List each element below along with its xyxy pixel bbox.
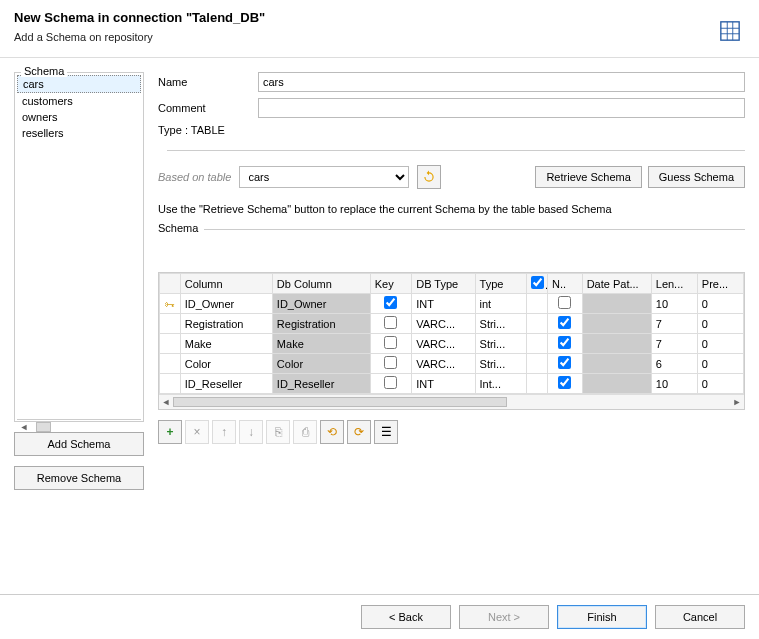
nullable-checkbox[interactable]: [558, 376, 571, 389]
key-checkbox[interactable]: [384, 336, 397, 349]
nullable-checkbox[interactable]: [558, 296, 571, 309]
key-checkbox[interactable]: [384, 376, 397, 389]
main-panel: Name Comment Type : TABLE Based on table…: [158, 72, 745, 549]
paste-button[interactable]: ⎙: [293, 420, 317, 444]
schema-toolbar: + × ↑ ↓ ⎘ ⎙ ⟲ ⟳ ☰: [158, 420, 745, 444]
cancel-button[interactable]: Cancel: [655, 605, 745, 629]
nullable-checkbox[interactable]: [558, 316, 571, 329]
schema-list-item[interactable]: cars: [17, 75, 141, 93]
schema-table[interactable]: Column Db Column Key DB Type Type N.. Da…: [158, 272, 745, 410]
name-label: Name: [158, 76, 258, 88]
toggle-button[interactable]: ☰: [374, 420, 398, 444]
comment-input[interactable]: [258, 98, 745, 118]
nullable-checkbox[interactable]: [558, 356, 571, 369]
key-checkbox[interactable]: [384, 316, 397, 329]
table-row[interactable]: ColorColorVARC...Stri...60: [160, 354, 744, 374]
grid-legend: Schema: [158, 222, 204, 234]
refresh-icon[interactable]: [417, 165, 441, 189]
sidebar-legend: Schema: [21, 65, 67, 77]
finish-button[interactable]: Finish: [557, 605, 647, 629]
table-icon: [719, 20, 741, 44]
table-row[interactable]: MakeMakeVARC...Stri...70: [160, 334, 744, 354]
based-label: Based on table: [158, 171, 231, 183]
name-input[interactable]: [258, 72, 745, 92]
retrieve-schema-button[interactable]: Retrieve Schema: [535, 166, 641, 188]
table-scrollbar[interactable]: ◄►: [159, 394, 744, 409]
key-checkbox[interactable]: [384, 296, 397, 309]
comment-label: Comment: [158, 102, 258, 114]
table-row[interactable]: 🗝ID_OwnerID_OwnerINTint100: [160, 294, 744, 314]
wizard-footer: < Back Next > Finish Cancel: [0, 594, 759, 639]
import-button[interactable]: ⟲: [320, 420, 344, 444]
dialog-header: New Schema in connection "Talend_DB" Add…: [0, 0, 759, 51]
move-down-button[interactable]: ↓: [239, 420, 263, 444]
schema-list[interactable]: carscustomersownersresellers: [17, 75, 141, 419]
dialog-title: New Schema in connection "Talend_DB": [14, 10, 745, 25]
export-button[interactable]: ⟳: [347, 420, 371, 444]
copy-button[interactable]: ⎘: [266, 420, 290, 444]
svg-rect-0: [721, 22, 739, 40]
nullable-checkbox[interactable]: [558, 336, 571, 349]
key-checkbox[interactable]: [384, 356, 397, 369]
schema-list-item[interactable]: owners: [17, 109, 141, 125]
add-schema-button[interactable]: Add Schema: [14, 432, 144, 456]
next-button[interactable]: Next >: [459, 605, 549, 629]
schema-list-item[interactable]: customers: [17, 93, 141, 109]
remove-schema-button[interactable]: Remove Schema: [14, 466, 144, 490]
table-row[interactable]: ID_ResellerID_ResellerINTInt...100: [160, 374, 744, 394]
dialog-subtitle: Add a Schema on repository: [14, 31, 745, 43]
add-row-button[interactable]: +: [158, 420, 182, 444]
table-row[interactable]: RegistrationRegistrationVARC...Stri...70: [160, 314, 744, 334]
table-header-row: Column Db Column Key DB Type Type N.. Da…: [160, 274, 744, 294]
type-label: Type : TABLE: [158, 124, 745, 136]
guess-schema-button[interactable]: Guess Schema: [648, 166, 745, 188]
based-table-select[interactable]: cars: [239, 166, 409, 188]
hint-text: Use the "Retrieve Schema" button to repl…: [158, 203, 745, 215]
sidebar-scrollbar[interactable]: ◄: [17, 419, 141, 434]
schema-list-item[interactable]: resellers: [17, 125, 141, 141]
back-button[interactable]: < Back: [361, 605, 451, 629]
remove-row-button[interactable]: ×: [185, 420, 209, 444]
schema-sidebar: Schema carscustomersownersresellers ◄ Ad…: [14, 72, 144, 549]
null-header-checkbox[interactable]: [531, 276, 544, 289]
move-up-button[interactable]: ↑: [212, 420, 236, 444]
key-icon: 🗝: [165, 299, 175, 310]
